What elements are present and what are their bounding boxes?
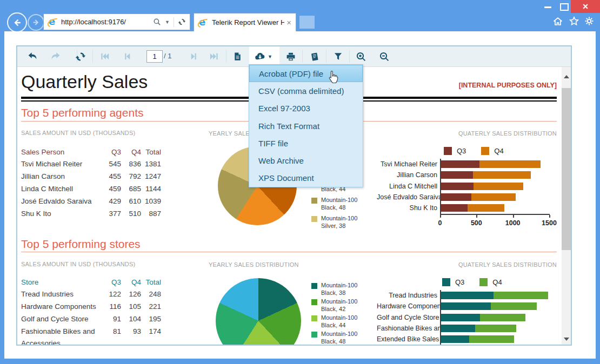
- refresh-page-icon[interactable]: [178, 18, 186, 26]
- export-menu-item-pdf[interactable]: Acrobat (PDF) file: [249, 65, 363, 82]
- undo-button[interactable]: [23, 46, 42, 66]
- export-menu-item-rtf[interactable]: Rich Text Format: [249, 117, 363, 134]
- bar-caption-agents: QUATERLY SALES DISTRIBUTION: [458, 130, 557, 137]
- export-menu-item-webarchive[interactable]: Web Archive: [249, 152, 363, 169]
- table-caption-agents: SALES AMOUNT IN USD (THOUSANDS): [21, 130, 135, 136]
- toolbar-divider: [226, 50, 226, 63]
- zoom-out-button[interactable]: [375, 46, 394, 66]
- export-button[interactable]: ▼: [254, 46, 273, 66]
- agents-bar-legend: Q3Q4: [444, 147, 519, 155]
- legend-swatch: [311, 315, 317, 321]
- tab-ie-icon: e: [198, 18, 208, 28]
- x-axis-line: 050010001500: [440, 214, 550, 227]
- favorites-star-icon[interactable]: [569, 16, 579, 26]
- y-axis-line: [440, 290, 441, 345]
- stacked-bar: [440, 183, 523, 190]
- toolbar-divider: [302, 50, 303, 63]
- stores-pie-legend: Mountain-100Black, 38Mountain-100Black, …: [311, 282, 357, 345]
- stores-table: StoreQ3Q4TotalTread Industries122126248H…: [21, 276, 161, 345]
- legend-swatch: [311, 299, 317, 305]
- bar-row: Linda C Mitchell: [377, 181, 561, 192]
- chevron-up-icon: [564, 75, 569, 78]
- refresh-report-button[interactable]: [71, 46, 90, 66]
- series-label: Q3: [455, 278, 464, 286]
- legend-item: Mountain-100Black, 42: [311, 298, 357, 314]
- scroll-down-button[interactable]: [562, 334, 571, 343]
- bar-caption-stores: QUATERLY SALES DISTRIBUTION: [458, 261, 557, 268]
- tab-title: Telerik Report Viewer HTM...: [212, 18, 284, 26]
- next-page-button[interactable]: [184, 46, 203, 66]
- export-menu-item-tiff[interactable]: TIFF file: [249, 134, 363, 152]
- chevron-down-icon: [564, 338, 569, 341]
- previous-page-button[interactable]: [117, 46, 137, 66]
- table-row: Golf and Cycle Store91104195: [21, 313, 161, 326]
- maximize-button[interactable]: [560, 3, 569, 11]
- series-swatch: [444, 147, 452, 155]
- toolbar-divider: [92, 50, 93, 63]
- last-page-button[interactable]: [204, 46, 224, 66]
- parameters-filter-icon[interactable]: [328, 46, 348, 66]
- hand-cursor-icon: [328, 70, 339, 84]
- tab-close-icon[interactable]: ×: [286, 18, 291, 27]
- table-header-row: Sales PersonQ3Q4Total: [21, 146, 161, 158]
- back-arrow-icon: [12, 17, 23, 28]
- back-button[interactable]: [7, 12, 27, 32]
- forward-button[interactable]: [28, 14, 44, 31]
- export-menu-item-csv[interactable]: CSV (comma delimited): [249, 82, 363, 99]
- address-dropdown-icon[interactable]: ▼: [165, 19, 170, 25]
- close-icon: ✕: [582, 2, 589, 11]
- legend-swatch: [311, 332, 317, 338]
- table-row: Linda C Mitchell4596851144: [21, 183, 161, 196]
- print-button[interactable]: [281, 46, 301, 66]
- bar-row: Golf and Cycle Store: [377, 312, 561, 323]
- browser-window: ✕ e http://localhost:9176/ ▼ e Telerik R…: [0, 0, 600, 364]
- x-tick-label: 1000: [505, 219, 521, 227]
- series-label: Q4: [494, 147, 503, 155]
- stacked-bar: [440, 302, 537, 310]
- new-tab-button[interactable]: [299, 16, 315, 29]
- series-label: Q4: [492, 278, 502, 286]
- document-map-book-icon[interactable]: [305, 46, 324, 66]
- minimize-button[interactable]: [544, 6, 551, 8]
- forward-arrow-icon: [31, 18, 41, 27]
- divider: [174, 17, 174, 27]
- close-window-button[interactable]: ✕: [571, 0, 600, 13]
- page-total-label: / 1: [164, 52, 171, 60]
- stacked-bar: [440, 204, 504, 212]
- table-caption-stores: SALES AMOUNT IN USD (THOUSANDS): [21, 261, 135, 267]
- x-tick-label: 1500: [542, 219, 557, 227]
- toolbar-divider: [326, 50, 326, 63]
- agents-bar-chart: Tsvi Michael ReiterJillian CarsonLinda C…: [377, 159, 561, 213]
- bar-row: Fashionable Bikes and: [377, 323, 561, 334]
- vertical-scrollbar[interactable]: [562, 67, 571, 345]
- stacked-bar: [440, 171, 531, 179]
- url-text[interactable]: http://localhost:9176/: [61, 18, 153, 26]
- scrollbar-thumb[interactable]: [562, 88, 571, 250]
- first-page-button[interactable]: [95, 46, 114, 66]
- export-menu-item-excel[interactable]: Excel 97-2003: [249, 100, 363, 117]
- bar-row: Extended Bike Sales: [377, 334, 561, 345]
- table-row: José Edvaldo Saraiva4296101039: [21, 196, 161, 208]
- scroll-up-button[interactable]: [562, 72, 571, 81]
- export-menu: Acrobat (PDF) file CSV (comma delimited)…: [249, 64, 363, 187]
- x-tick-label: 0: [438, 219, 442, 227]
- stores-bar-chart: Tread IndustriesHardware ComponentsGolf …: [377, 290, 561, 345]
- settings-gear-icon[interactable]: [584, 16, 595, 26]
- home-icon[interactable]: [552, 16, 563, 26]
- stacked-bar: [440, 335, 514, 343]
- series-swatch: [479, 278, 488, 286]
- stores-pie-chart: [216, 278, 301, 345]
- legend-item: Mountain-100Black, 38: [311, 282, 357, 298]
- print-preview-icon[interactable]: [228, 46, 247, 66]
- bar-row: Shu K Ito: [377, 203, 561, 213]
- page-number-input[interactable]: [146, 50, 163, 63]
- zoom-in-button[interactable]: [351, 46, 371, 66]
- table-row: Fashionable Bikes and Accessories8193174: [21, 326, 161, 345]
- address-bar[interactable]: e http://localhost:9176/ ▼: [43, 14, 190, 30]
- export-menu-item-xps[interactable]: XPS Document: [249, 170, 363, 187]
- browser-tab[interactable]: e Telerik Report Viewer HTM... ×: [194, 13, 296, 31]
- toolbar-divider: [349, 50, 350, 63]
- redo-button[interactable]: [45, 46, 65, 66]
- search-icon[interactable]: [153, 18, 161, 26]
- legend-swatch: [311, 216, 317, 222]
